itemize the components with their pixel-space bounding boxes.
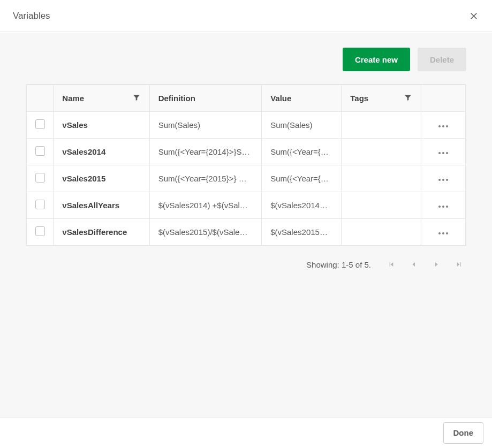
header-name[interactable]: Name — [54, 85, 149, 112]
create-new-button[interactable]: Create new — [343, 48, 410, 71]
cell-name: vSales2014 — [54, 139, 149, 165]
action-bar: Create new Delete — [26, 48, 466, 71]
row-checkbox[interactable] — [35, 226, 45, 236]
cell-tags — [342, 139, 421, 165]
delete-button: Delete — [418, 48, 466, 71]
cell-name: vSales — [54, 112, 149, 139]
cell-value: Sum({<Year={… — [262, 139, 342, 165]
chevron-first-icon — [387, 260, 396, 269]
header-value-label: Value — [270, 94, 291, 103]
dialog-header: Variables — [0, 0, 492, 32]
cell-value: Sum({<Year={… — [262, 165, 342, 192]
table-row[interactable]: vSalesDifference $(vSales2015)/$(vSale… … — [27, 219, 466, 246]
header-tags[interactable]: Tags — [342, 85, 421, 112]
chevron-right-icon — [432, 260, 441, 269]
pager-prev-button[interactable] — [408, 259, 419, 270]
pagination: Showing: 1-5 of 5. — [26, 259, 466, 270]
header-name-label: Name — [62, 94, 84, 103]
cell-tags — [342, 112, 421, 139]
row-checkbox[interactable] — [35, 119, 45, 129]
chevron-last-icon — [455, 260, 463, 269]
header-definition-label: Definition — [158, 94, 195, 103]
variables-table: Name Definition Value T — [26, 84, 466, 246]
header-menu-cell — [421, 85, 466, 112]
header-value[interactable]: Value — [262, 85, 342, 112]
row-menu-button[interactable] — [434, 229, 452, 238]
row-checkbox[interactable] — [35, 173, 45, 183]
row-menu-button[interactable] — [434, 176, 452, 184]
row-checkbox[interactable] — [35, 200, 45, 209]
pager-last-button[interactable] — [453, 259, 464, 270]
filter-icon[interactable] — [132, 93, 141, 103]
cell-value: $(vSales2014… — [262, 192, 342, 219]
chevron-left-icon — [410, 260, 418, 269]
cell-definition: $(vSales2014) +$(vSal… — [149, 192, 262, 219]
close-icon — [469, 11, 479, 21]
cell-value: $(vSales2015… — [262, 219, 342, 246]
pager-next-button[interactable] — [431, 259, 442, 270]
filter-icon[interactable] — [404, 93, 412, 103]
cell-name: vSalesAllYears — [54, 192, 149, 219]
pagination-showing-text: Showing: 1-5 of 5. — [306, 260, 371, 269]
close-button[interactable] — [464, 6, 483, 26]
cell-name: vSales2015 — [54, 165, 149, 192]
table-row[interactable]: vSales Sum(Sales) Sum(Sales) — [27, 112, 466, 139]
cell-definition: Sum({<Year={2014}>}S… — [149, 139, 262, 165]
header-definition[interactable]: Definition — [149, 85, 262, 112]
table-row[interactable]: vSalesAllYears $(vSales2014) +$(vSal… $(… — [27, 192, 466, 219]
row-menu-button[interactable] — [434, 122, 452, 131]
cell-tags — [342, 165, 421, 192]
row-menu-button[interactable] — [434, 202, 452, 211]
pager-buttons — [386, 259, 464, 270]
cell-definition: $(vSales2015)/$(vSale… — [149, 219, 262, 246]
dialog-body: Create new Delete Name — [0, 32, 492, 417]
table-row[interactable]: vSales2015 Sum({<Year={2015}>} … Sum({<Y… — [27, 165, 466, 192]
row-checkbox[interactable] — [35, 146, 45, 156]
cell-tags — [342, 219, 421, 246]
dialog-title: Variables — [13, 11, 50, 21]
cell-definition: Sum(Sales) — [149, 112, 262, 139]
dialog-footer: Done — [0, 417, 492, 448]
table-row[interactable]: vSales2014 Sum({<Year={2014}>}S… Sum({<Y… — [27, 139, 466, 165]
cell-name: vSalesDifference — [54, 219, 149, 246]
header-checkbox-cell — [27, 85, 54, 112]
cell-tags — [342, 192, 421, 219]
header-tags-label: Tags — [350, 94, 368, 103]
row-menu-button[interactable] — [434, 149, 452, 157]
pager-first-button[interactable] — [386, 259, 397, 270]
done-button[interactable]: Done — [443, 422, 484, 444]
cell-value: Sum(Sales) — [262, 112, 342, 139]
cell-definition: Sum({<Year={2015}>} … — [149, 165, 262, 192]
